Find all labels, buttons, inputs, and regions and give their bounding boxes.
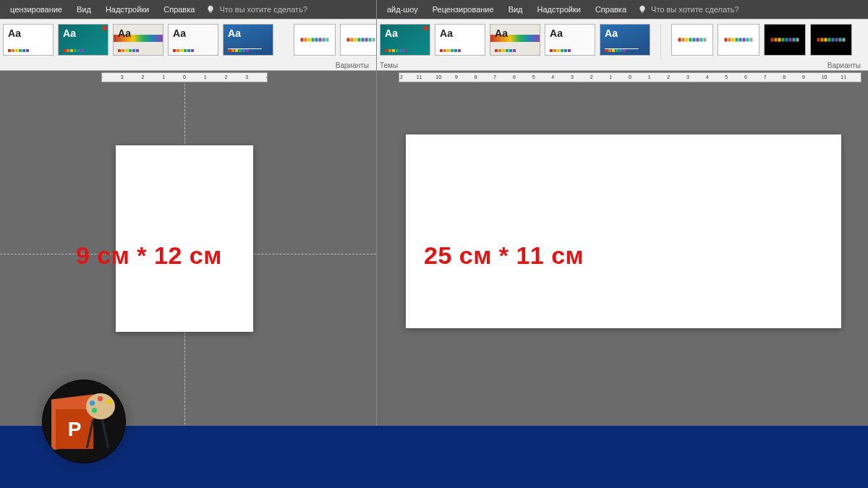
ribbon-divider (660, 24, 661, 60)
lightbulb-icon (638, 5, 647, 14)
tell-me-text: Что вы хотите сделать? (651, 5, 739, 14)
variant-thumb[interactable] (718, 24, 760, 56)
theme-gallery: АаАаАаАаАа (3, 24, 273, 56)
theme-thumb[interactable]: Аа (490, 24, 540, 56)
variant-gallery (671, 24, 852, 56)
tell-me-search[interactable]: Что вы хотите сделать? (638, 5, 739, 14)
variant-thumb[interactable] (671, 24, 713, 56)
variant-thumb[interactable] (294, 24, 336, 56)
right-window: айд-шоу Рецензирование Вид Надстройки Сп… (376, 0, 868, 488)
variant-thumb[interactable] (810, 24, 852, 56)
tab-view[interactable]: Вид (69, 0, 98, 19)
slide-landscape[interactable] (406, 134, 841, 328)
design-ribbon: АаАаАаАаАа Темы Варианты (377, 19, 868, 71)
tell-me-text: Что вы хотите сделать? (219, 5, 307, 14)
channel-logo: P (42, 380, 126, 463)
tab-help[interactable]: Справка (588, 0, 634, 19)
theme-thumb[interactable]: Аа (58, 24, 109, 56)
theme-thumb[interactable]: Аа (3, 24, 54, 56)
tab-review[interactable]: цензирование (3, 0, 69, 19)
theme-thumb[interactable]: Аа (223, 24, 273, 56)
theme-thumb[interactable]: Аа (113, 24, 163, 56)
tab-addins[interactable]: Надстройки (98, 0, 156, 19)
tell-me-search[interactable]: Что вы хотите сделать? (206, 5, 307, 14)
section-label-themes: Темы (380, 61, 398, 69)
horizontal-ruler: 1211109876543210123456789101112 (377, 72, 868, 84)
dimension-label: 9 см * 12 см (76, 241, 222, 270)
theme-thumb[interactable]: Аа (168, 24, 218, 56)
theme-thumb[interactable]: Аа (545, 24, 595, 56)
lightbulb-icon (206, 5, 215, 14)
horizontal-ruler: 432101234 (0, 72, 376, 84)
theme-thumb[interactable]: Аа (435, 24, 485, 56)
section-label-variants: Варианты (827, 61, 861, 69)
palette-icon (86, 393, 115, 419)
dimension-label: 25 см * 11 см (424, 241, 584, 270)
menu-bar: айд-шоу Рецензирование Вид Надстройки Сп… (377, 0, 868, 19)
menu-bar: цензирование Вид Надстройки Справка Что … (0, 0, 376, 19)
tab-slideshow[interactable]: айд-шоу (380, 0, 425, 19)
theme-gallery: АаАаАаАаАа (380, 24, 650, 56)
variant-thumb[interactable] (764, 24, 806, 56)
slide-portrait[interactable] (116, 145, 253, 332)
tab-addins[interactable]: Надстройки (530, 0, 588, 19)
tab-view[interactable]: Вид (501, 0, 530, 19)
theme-thumb[interactable]: Аа (600, 24, 650, 56)
section-label-variants: Варианты (336, 61, 369, 69)
tab-help[interactable]: Справка (156, 0, 202, 19)
design-ribbon: АаАаАаАаАа Варианты (0, 19, 376, 71)
tab-review[interactable]: Рецензирование (425, 0, 501, 19)
theme-thumb[interactable]: Аа (380, 24, 430, 56)
